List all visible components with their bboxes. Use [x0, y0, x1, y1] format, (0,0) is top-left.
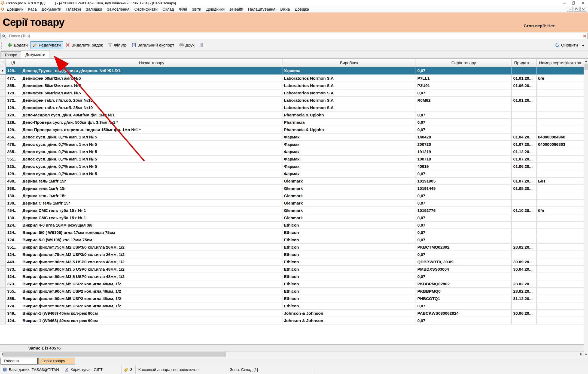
table-cell[interactable]: Ethicon — [282, 280, 416, 288]
table-cell[interactable]: Ethicon — [282, 251, 416, 258]
table-cell[interactable]: Laboratorios Normon S.A — [282, 75, 416, 82]
table-cell[interactable] — [536, 214, 584, 221]
table-cell[interactable]: 01.07.20... — [511, 141, 536, 148]
table-cell[interactable]: Glenmark — [282, 207, 416, 214]
table-cell[interactable] — [536, 163, 584, 170]
table-row[interactable]: 373..Викрил фиолет.90см,М3,5 USP0 кол.иг… — [0, 265, 584, 273]
tab-dokumenty[interactable]: Документи — [21, 51, 50, 58]
table-cell[interactable]: 124.. — [5, 221, 21, 229]
table-cell[interactable]: 0,07 — [416, 214, 511, 221]
refresh-dropdown-caret[interactable] — [582, 45, 584, 47]
table-cell[interactable]: 01.01.20... — [511, 97, 536, 104]
table-cell[interactable]: Депенд Трусы - подгузники д/взросл. №9 Ж… — [21, 67, 282, 75]
table-cell[interactable]: 0,07 — [416, 67, 511, 75]
add-button[interactable]: Додати — [5, 41, 30, 49]
table-cell[interactable]: Pharmacia & Upjohn — [282, 111, 416, 119]
table-cell[interactable]: Pharmacia & Upjohn — [282, 126, 416, 133]
table-cell[interactable]: P3U91 — [416, 82, 511, 89]
delete-row-button[interactable]: Видалити рядок — [63, 41, 105, 49]
table-cell[interactable]: 0,07 — [416, 273, 511, 280]
table-cell[interactable]: Johnson & Johnson — [282, 310, 416, 317]
table-cell[interactable]: 478.. — [5, 141, 21, 148]
table-cell[interactable]: Викрил фиолет.90см,М3,5 USP0 кол.игла 48… — [21, 265, 282, 273]
table-row[interactable]: 372..Депиофен табл. п/пл.об. 25мг №10Lab… — [0, 97, 584, 104]
table-cell[interactable]: Депо-Медрол сусп. д/ин. 40мг/мл фл. 1мл … — [21, 111, 282, 119]
table-cell[interactable]: Депо-Провера сусп. д/ин. 500мг фл. 3,3мл… — [21, 119, 282, 126]
table-cell[interactable]: 130.. — [5, 192, 21, 199]
table-cell[interactable]: Фармак — [282, 133, 416, 141]
table-cell[interactable]: Ethicon — [282, 229, 416, 236]
menu-item-залишки[interactable]: Залишки — [83, 7, 104, 12]
table-cell[interactable]: 28.02.20... — [511, 280, 536, 288]
table-cell[interactable]: 449.. — [5, 258, 21, 265]
print-button[interactable]: Друк — [177, 41, 197, 49]
table-cell[interactable] — [536, 170, 584, 177]
table-cell[interactable]: 191219 — [416, 148, 511, 155]
table-cell[interactable] — [511, 170, 536, 177]
table-cell[interactable]: 01.04.20... — [511, 133, 536, 141]
table-cell[interactable] — [416, 104, 511, 111]
table-cell[interactable] — [511, 192, 536, 199]
col-header-manufacturer[interactable]: Виробник — [282, 59, 416, 67]
table-cell[interactable]: 355.. — [5, 295, 21, 302]
table-cell[interactable]: 454.. — [5, 207, 21, 214]
table-cell[interactable]: Glenmark — [282, 199, 416, 207]
table-cell[interactable]: 351.. — [5, 243, 21, 251]
table-cell[interactable]: 30.06.20... — [511, 310, 536, 317]
table-cell[interactable] — [536, 97, 584, 104]
table-cell[interactable]: Депиофен табл. п/пл.об. 25мг №10 — [21, 104, 282, 111]
table-cell[interactable]: 456.. — [5, 133, 21, 141]
table-cell[interactable]: 0,07 — [416, 119, 511, 126]
col-header-name[interactable]: Назва товару — [21, 59, 282, 67]
table-row[interactable]: 124..Викрил фиолет.90см,М3,5 USP0 кол.иг… — [0, 273, 584, 280]
table-cell[interactable]: Ethicon — [282, 288, 416, 295]
scroll-up-icon[interactable] — [584, 59, 588, 63]
table-cell[interactable] — [511, 221, 536, 229]
table-cell[interactable]: 0,07 — [416, 126, 511, 133]
table-cell[interactable] — [536, 229, 584, 236]
table-row[interactable]: 355..Депиофен 50мг/2мл амп. №5Laboratori… — [0, 82, 584, 89]
table-row[interactable]: 129..Депиофен табл. п/пл.об. 25мг №10Lab… — [0, 104, 584, 111]
table-cell[interactable]: Депиофен 50мг/2мл амп. №5 — [21, 82, 282, 89]
table-cell[interactable]: 01.07.20... — [511, 177, 536, 185]
table-cell[interactable] — [536, 119, 584, 126]
table-row[interactable]: 478..Депос сусп. д/ин. 0,7% амп. 1 мл № … — [0, 141, 584, 148]
scroll-right-icon[interactable] — [579, 351, 584, 357]
table-cell[interactable]: 0,07 — [416, 199, 511, 207]
table-cell[interactable] — [511, 251, 536, 258]
table-cell[interactable]: 0,07 — [416, 302, 511, 310]
table-cell[interactable] — [536, 258, 584, 265]
table-cell[interactable]: 0,07 — [416, 236, 511, 243]
table-row[interactable]: 325..Депос сусп. д/ин. 0,7% амп. 1 мл № … — [0, 163, 584, 170]
table-cell[interactable] — [536, 104, 584, 111]
table-cell[interactable] — [511, 229, 536, 236]
table-cell[interactable]: 373.. — [5, 265, 21, 273]
table-cell[interactable]: 124.. — [5, 273, 21, 280]
table-cell[interactable] — [536, 221, 584, 229]
table-cell[interactable]: Викрил-1 (W9468) 40мм кол-реж 90см — [21, 310, 282, 317]
table-cell[interactable] — [511, 236, 536, 243]
table-row[interactable]: 351..Депос сусп. д/ин. 0,7% амп. 1 мл № … — [0, 155, 584, 163]
table-cell[interactable]: 140420 — [416, 133, 511, 141]
table-cell[interactable]: Викрил фиолет.90см,М5 USP2 кол.игла 48мм… — [21, 302, 282, 310]
table-cell[interactable]: 124.. — [5, 251, 21, 258]
table-cell[interactable]: PABCKWS030062024 — [416, 310, 511, 317]
table-row[interactable]: 130..Дерива С гель 1мг/г 15гGlenmark0,07 — [0, 199, 584, 207]
table-cell[interactable] — [536, 126, 584, 133]
table-cell[interactable] — [536, 317, 584, 324]
table-cell[interactable]: 351.. — [5, 155, 21, 163]
refresh-button[interactable]: Оновити — [553, 41, 580, 49]
col-header-series[interactable]: Серія товару — [416, 59, 512, 67]
table-cell[interactable]: 129.. — [5, 104, 21, 111]
table-cell[interactable]: Фармак — [282, 141, 416, 148]
table-cell[interactable]: 01.12.20... — [511, 148, 536, 155]
table-cell[interactable] — [536, 111, 584, 119]
table-cell[interactable]: 124.. — [5, 236, 21, 243]
table-cell[interactable]: Викрил фиолет.90см,М3,5 USP0 кол.игла 48… — [21, 258, 282, 265]
table-row[interactable]: 355..Викрил фиолет.90см,М5 USP2 кол.игла… — [0, 288, 584, 295]
table-cell[interactable]: Викрил фиолет.90см,М5 USP2 кол.игла 48мм… — [21, 295, 282, 302]
table-cell[interactable]: Дерива СМС гель туба 15 г № 1 — [21, 207, 282, 214]
table-row[interactable]: 365..Депос сусп. д/ин. 0,7% амп. 1 мл № … — [0, 148, 584, 155]
vertical-scroll-thumb[interactable] — [584, 64, 588, 70]
menu-item-склад[interactable]: Склад — [160, 7, 176, 12]
